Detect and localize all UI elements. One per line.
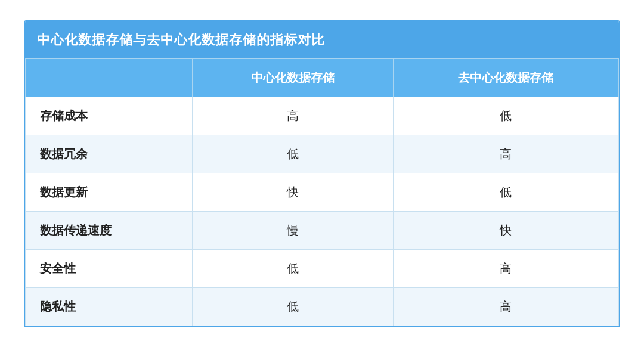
- table-row: 数据更新快低: [26, 173, 619, 211]
- row-col2-value: 高: [393, 249, 618, 287]
- row-col2-value: 快: [393, 211, 618, 249]
- row-col1-value: 高: [193, 97, 394, 135]
- row-col1-value: 慢: [193, 211, 394, 249]
- row-col1-value: 低: [193, 135, 394, 173]
- header-empty: [26, 58, 193, 97]
- table-row: 隐私性低高: [26, 287, 619, 326]
- row-label: 存储成本: [26, 97, 193, 135]
- row-label: 隐私性: [26, 287, 193, 326]
- row-label: 数据冗余: [26, 135, 193, 173]
- table-title: 中心化数据存储与去中心化数据存储的指标对比: [25, 21, 619, 58]
- table-row: 数据冗余低高: [26, 135, 619, 173]
- row-col2-value: 低: [393, 97, 618, 135]
- row-col2-value: 高: [393, 287, 618, 326]
- row-label: 数据传递速度: [26, 211, 193, 249]
- table-row: 存储成本高低: [26, 97, 619, 135]
- comparison-table-container: 中心化数据存储与去中心化数据存储的指标对比 中心化数据存储 去中心化数据存储 存…: [24, 20, 620, 327]
- table-header-row: 中心化数据存储 去中心化数据存储: [26, 58, 619, 97]
- row-label: 数据更新: [26, 173, 193, 211]
- comparison-table: 中心化数据存储 去中心化数据存储 存储成本高低数据冗余低高数据更新快低数据传递速…: [25, 58, 619, 326]
- table-row: 安全性低高: [26, 249, 619, 287]
- table-row: 数据传递速度慢快: [26, 211, 619, 249]
- row-col1-value: 低: [193, 249, 394, 287]
- row-label: 安全性: [26, 249, 193, 287]
- row-col1-value: 快: [193, 173, 394, 211]
- header-col2: 去中心化数据存储: [393, 58, 618, 97]
- row-col2-value: 高: [393, 135, 618, 173]
- row-col2-value: 低: [393, 173, 618, 211]
- row-col1-value: 低: [193, 287, 394, 326]
- header-col1: 中心化数据存储: [193, 58, 394, 97]
